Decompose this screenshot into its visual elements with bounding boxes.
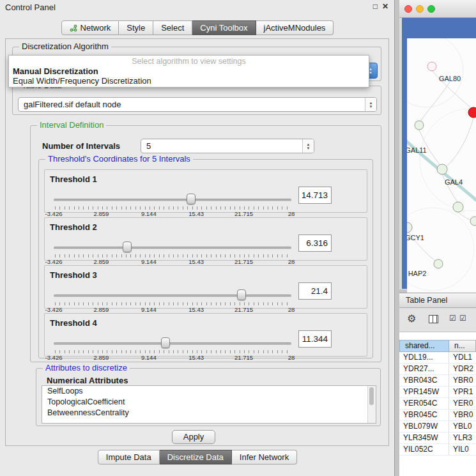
tab-infer-network[interactable]: Infer Network (232, 450, 297, 464)
dropdown-option-manual-discretization[interactable]: Manual Discretization (9, 66, 369, 76)
network-node[interactable] (427, 62, 436, 71)
list-item-topologicalcoefficient[interactable]: TopologicalCoefficient (42, 397, 376, 408)
table-data-combobox[interactable]: galFiltered.sif default node ▲ ▼ (18, 97, 377, 112)
table-row[interactable]: YPR145WYPR1 (399, 387, 476, 398)
combo-stepper[interactable]: ▲ ▼ (302, 139, 314, 153)
scale-label: 21.715 (234, 354, 253, 361)
cell[interactable]: YBR043C (399, 375, 449, 386)
apply-button[interactable]: Apply (172, 430, 215, 444)
float-window-icon[interactable]: □ (373, 2, 378, 11)
table-columns-icon[interactable] (429, 315, 438, 323)
cell[interactable]: YDR27... (399, 364, 449, 374)
tab-discretize-data[interactable]: Discretize Data (160, 450, 232, 464)
scale-label: 15.43 (188, 258, 204, 265)
table-row[interactable]: YBR045CYBR0 (399, 410, 476, 421)
table-row[interactable]: YIL052CYIL0 (399, 444, 476, 456)
network-node[interactable] (415, 121, 424, 130)
table-row[interactable]: YER054CYER0 (399, 398, 476, 410)
scale-label: 21.715 (234, 210, 253, 217)
cell[interactable]: YPR145W (399, 387, 449, 397)
threshold-3-slider[interactable]: -3.426 2.859 9.144 15.43 21.715 28 (54, 289, 291, 308)
cell[interactable]: YBL079W (399, 421, 449, 432)
slider-track[interactable] (54, 247, 291, 250)
cell[interactable]: YPR1 (449, 387, 476, 397)
table-panel-toolbar: ⚙ ☑ ☑ (399, 308, 476, 332)
network-node[interactable] (434, 259, 443, 268)
edge-arc (407, 208, 474, 291)
cell[interactable]: YIL052C (399, 444, 449, 455)
mac-minimize-icon[interactable] (416, 5, 424, 13)
column-header-name[interactable]: n... (449, 340, 476, 352)
tab-jactivemnodules[interactable]: jActiveMNodules (256, 20, 334, 35)
list-scrollbar[interactable] (367, 386, 376, 423)
slider-thumb[interactable] (187, 194, 196, 204)
cell[interactable]: YBR045C (399, 410, 449, 420)
network-window-titlebar[interactable] (399, 0, 476, 18)
cell[interactable]: YLR3 (449, 433, 476, 443)
threshold-4-slider[interactable]: -3.426 2.859 9.144 15.43 21.715 28 (54, 337, 291, 356)
cell[interactable]: YDL19... (399, 352, 449, 363)
threshold-4-label: Threshold 4 (50, 318, 97, 328)
mac-close-icon[interactable] (404, 5, 412, 13)
network-node[interactable] (437, 164, 447, 174)
slider-thumb[interactable] (123, 242, 132, 252)
cell[interactable]: YIL0 (449, 444, 476, 455)
list-item-selfloops[interactable]: SelfLoops (42, 386, 376, 397)
slider-track[interactable] (54, 199, 291, 202)
slider-ticks (55, 302, 290, 305)
slider-scale-labels: -3.426 2.859 9.144 15.43 21.715 28 (54, 354, 291, 362)
cell[interactable]: YER054C (399, 398, 449, 409)
tab-network[interactable]: Network (61, 20, 119, 35)
cell[interactable]: YER0 (449, 398, 476, 409)
cell[interactable]: YDR2 (449, 364, 476, 374)
table-row[interactable]: YDL19...YDL1 (399, 352, 476, 364)
cell[interactable]: YLR345W (399, 433, 449, 443)
network-node[interactable] (453, 202, 463, 212)
dropdown-option-equal-width-frequency[interactable]: Equal Width/Frequency Discretization (9, 76, 369, 86)
cell[interactable]: YBL0 (449, 421, 476, 432)
table-row[interactable]: YBR043CYBR0 (399, 375, 476, 387)
cell[interactable]: YBR0 (449, 375, 476, 386)
network-edge[interactable] (445, 118, 473, 167)
threshold-3-panel: Threshold 3 21.4 -3.426 2.859 9.144 15.4… (44, 265, 367, 309)
network-node[interactable] (470, 217, 476, 226)
scale-label: -3.426 (45, 354, 63, 361)
dropdown-prompt-item[interactable]: Select algorithm to view settings (9, 56, 369, 66)
scrollbar-thumb[interactable] (369, 387, 374, 405)
slider-track[interactable] (54, 342, 291, 346)
tab-infer-network-label: Infer Network (240, 450, 289, 464)
network-canvas[interactable]: GAL80 GAL11 GAL4 GCY1 HAP2 (407, 38, 476, 304)
network-node[interactable] (407, 222, 412, 233)
table-row[interactable]: YLR345WYLR3 (399, 433, 476, 444)
cell[interactable]: YDL1 (449, 352, 476, 363)
threshold-2-value-field[interactable]: 6.316 (298, 234, 332, 252)
mac-zoom-icon[interactable] (427, 5, 435, 13)
tab-impute-data[interactable]: Impute Data (98, 450, 160, 464)
select-all-checkbox-icon[interactable]: ☑ (449, 314, 456, 323)
combo-stepper[interactable]: ▲ ▼ (365, 98, 376, 111)
table-panel-titlebar[interactable]: Table Panel (399, 293, 476, 308)
close-window-icon[interactable]: ✕ (382, 2, 388, 11)
threshold-4-value-field[interactable]: 11.344 (298, 330, 332, 348)
cell[interactable]: YBR0 (449, 410, 476, 420)
column-header-shared-name[interactable]: shared... (399, 340, 449, 352)
node-label-hap2: HAP2 (408, 270, 427, 277)
threshold-3-value-field[interactable]: 21.4 (298, 282, 332, 300)
gear-icon[interactable]: ⚙ (407, 312, 416, 325)
slider-thumb[interactable] (237, 289, 246, 300)
threshold-3-label: Threshold 3 (50, 270, 97, 280)
tab-cyni-toolbox[interactable]: Cyni Toolbox (192, 20, 256, 35)
threshold-1-value-field[interactable]: 14.713 (298, 187, 332, 204)
table-row[interactable]: YDR27...YDR2 (399, 364, 476, 375)
network-node-selected-red[interactable] (468, 107, 476, 118)
table-row[interactable]: YBL079WYBL0 (399, 421, 476, 433)
select-none-checkbox-icon[interactable]: ☑ (459, 314, 466, 323)
slider-thumb[interactable] (161, 337, 170, 348)
threshold-1-slider[interactable]: -3.426 2.859 9.144 15.43 21.715 28 (54, 193, 291, 212)
tab-style[interactable]: Style (119, 20, 153, 35)
slider-track[interactable] (54, 295, 291, 298)
number-of-intervals-combobox[interactable]: 5 ▲ ▼ (141, 139, 314, 153)
list-item-betweennesscentrality[interactable]: BetweennessCentrality (42, 408, 376, 418)
tab-select[interactable]: Select (153, 20, 192, 35)
threshold-2-slider[interactable]: -3.426 2.859 9.144 15.43 21.715 28 (54, 241, 291, 260)
